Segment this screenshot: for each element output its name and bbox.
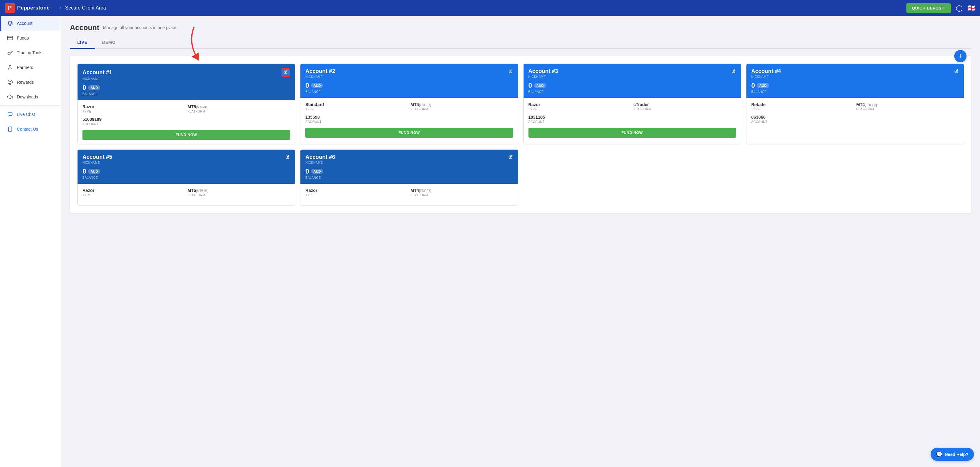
account-1-name: Account #1 (83, 68, 290, 77)
account-1-balance-row: 0 AUD (83, 84, 290, 92)
logo-icon: P (5, 3, 15, 13)
nav-back-arrow[interactable]: ‹ (59, 5, 61, 11)
sidebar-item-live-chat[interactable]: Live Chat (0, 107, 61, 122)
account-2-name: Account #2 (305, 68, 513, 75)
partners-icon (7, 64, 13, 70)
main-content: Account Manage all your accounts in one … (61, 16, 980, 467)
account-4-header: Account #4 NICKNAME 0 AUD BALANCE (746, 64, 964, 98)
accounts-container: + Account #1 NICKNAME 0 (70, 56, 971, 213)
sidebar-item-partners[interactable]: Partners (0, 60, 61, 75)
account-card-3: Account #3 NICKNAME 0 AUD BALANCE (523, 64, 741, 144)
topnav: P Pepperstone ‹ Secure Client Area QUICK… (0, 0, 980, 16)
flag-icon[interactable]: 🏴󠁧󠁢󠁥󠁮󠁧󠁿 (967, 4, 975, 12)
page-title: Account (70, 23, 99, 32)
account-2-fund-now-button[interactable]: FUND NOW (305, 128, 513, 138)
profile-icon[interactable]: ◯ (956, 4, 963, 12)
need-help-button[interactable]: 💬 Need Help? (931, 448, 974, 461)
account-3-header: Account #3 NICKNAME 0 AUD BALANCE (523, 64, 741, 98)
sidebar-live-chat-label: Live Chat (17, 112, 35, 117)
tab-demo[interactable]: DEMO (95, 37, 123, 49)
account-5-edit-button[interactable] (285, 154, 290, 160)
account-card-2: Account #2 NICKNAME 0 AUD BALANCE (300, 64, 518, 144)
sidebar-trading-tools-label: Trading Tools (17, 50, 42, 55)
sidebar-item-contact-us[interactable]: Contact Us (0, 122, 61, 137)
layers-icon (7, 20, 13, 26)
sidebar-divider (0, 105, 61, 106)
tabs: LIVE DEMO (70, 37, 971, 49)
account-5-header: Account #5 NICKNAME 0 AUD BALANCE (78, 150, 295, 184)
sidebar-contact-us-label: Contact Us (17, 127, 38, 132)
account-1-nickname-label: NICKNAME (83, 77, 290, 81)
svg-point-5 (10, 81, 11, 82)
svg-rect-1 (8, 36, 13, 40)
key-icon (7, 50, 13, 56)
sidebar-item-rewards[interactable]: Rewards (0, 75, 61, 89)
sidebar-partners-label: Partners (17, 65, 33, 70)
svg-point-3 (9, 65, 11, 67)
accounts-grid: Account #1 NICKNAME 0 AUD BALANCE (77, 64, 964, 206)
quick-deposit-button[interactable]: QUICK DEPOSIT (907, 3, 951, 13)
logo-text: Pepperstone (17, 5, 50, 11)
account-3-edit-button[interactable] (731, 69, 736, 75)
account-1-fund-now-button[interactable]: FUND NOW (83, 130, 290, 140)
sidebar-item-trading-tools[interactable]: Trading Tools (0, 45, 61, 60)
add-account-button[interactable]: + (954, 50, 967, 62)
account-4-edit-button[interactable] (954, 69, 959, 75)
sidebar-item-downloads[interactable]: Downloads (0, 89, 61, 104)
account-2-header: Account #2 NICKNAME 0 AUD BALANCE (301, 64, 518, 98)
svg-rect-7 (9, 127, 12, 132)
chat-bubble-icon: 💬 (936, 451, 942, 457)
logo[interactable]: P Pepperstone (5, 3, 50, 13)
sidebar-rewards-label: Rewards (17, 80, 34, 84)
account-6-edit-button[interactable] (508, 154, 513, 160)
nav-title: Secure Client Area (65, 5, 106, 11)
page-header: Account Manage all your accounts in one … (70, 23, 971, 32)
phone-icon (7, 126, 13, 132)
account-6-header: Account #6 NICKNAME 0 AUD BALANCE (301, 150, 518, 184)
page-subtitle: Manage all your accounts in one place. (103, 25, 178, 30)
account-card-1: Account #1 NICKNAME 0 AUD BALANCE (77, 64, 295, 144)
svg-marker-0 (8, 21, 13, 24)
account-card-4: Account #4 NICKNAME 0 AUD BALANCE (746, 64, 964, 144)
sidebar-item-account[interactable]: Account (0, 16, 61, 31)
cloud-icon (7, 94, 13, 100)
sidebar-item-funds[interactable]: Funds (0, 31, 61, 45)
chat-icon (7, 111, 13, 118)
sidebar-downloads-label: Downloads (17, 94, 38, 99)
account-card-6: Account #6 NICKNAME 0 AUD BALANCE (300, 149, 518, 206)
app-layout: Account Funds Trading Tools Partners Rew… (0, 16, 980, 467)
credit-card-icon (7, 35, 13, 41)
sidebar-account-label: Account (17, 21, 32, 26)
tab-live[interactable]: LIVE (70, 37, 95, 49)
account-3-fund-now-button[interactable]: FUND NOW (528, 128, 736, 138)
sidebar: Account Funds Trading Tools Partners Rew… (0, 16, 61, 467)
account-2-edit-button[interactable] (508, 69, 513, 75)
account-1-header: Account #1 NICKNAME 0 AUD BALANCE (78, 64, 295, 100)
account-1-edit-button[interactable] (282, 68, 290, 77)
account-1-body: Razor TYPE MT5[MT5-01] PLATFORM 51009189 (78, 100, 295, 144)
account-card-5: Account #5 NICKNAME 0 AUD BALANCE (77, 149, 295, 206)
sidebar-funds-label: Funds (17, 35, 29, 40)
rewards-icon (7, 79, 13, 85)
